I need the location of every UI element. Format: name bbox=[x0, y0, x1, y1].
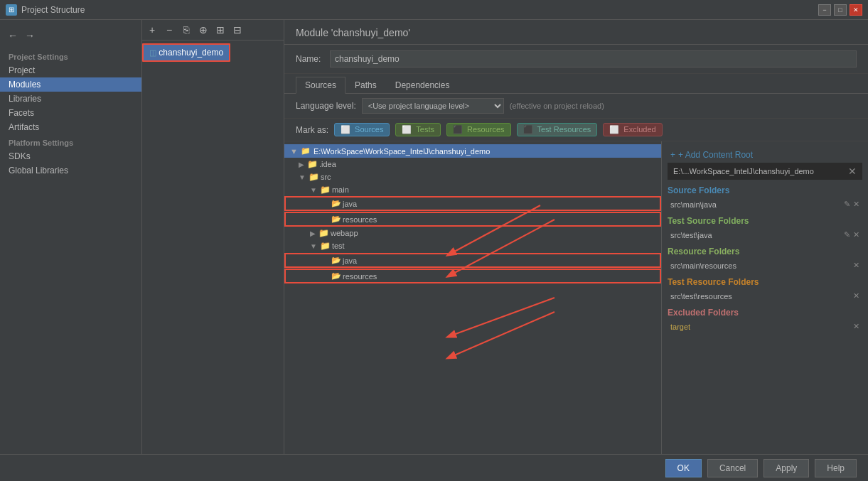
info-panel: + + Add Content Root E:\...WorkSpace_Int… bbox=[662, 141, 868, 454]
tree-node-webapp-label: webapp bbox=[331, 229, 358, 237]
test-resource-folder-close-button[interactable]: ✕ bbox=[853, 291, 859, 301]
chevron-resources-icon: ▶ bbox=[323, 215, 328, 223]
tree-node-src[interactable]: ▼ 📁 src bbox=[284, 171, 661, 183]
tab-paths[interactable]: Paths bbox=[345, 77, 386, 94]
excluded-folder-actions: ✕ bbox=[853, 322, 859, 331]
resource-folder-path: src\main\resources bbox=[670, 261, 736, 270]
mark-as-label: Mark as: bbox=[296, 125, 328, 135]
mark-tests-badge[interactable]: ⬜ Tests bbox=[395, 123, 441, 136]
apply-button[interactable]: Apply bbox=[763, 459, 809, 477]
source-folder-actions: ✎ ✕ bbox=[844, 200, 859, 209]
name-label: Name: bbox=[296, 54, 324, 64]
module-header-text: Module 'chanshuyi_demo' bbox=[296, 27, 410, 38]
tree-node-idea[interactable]: ▶ 📁 .idea bbox=[284, 158, 661, 171]
svg-line-3 bbox=[448, 312, 554, 358]
tree-content: ▼ 📁 E:\WorkSpace\WorkSpace_IntelJ\chansh… bbox=[284, 141, 661, 286]
back-button[interactable]: ← bbox=[6, 28, 20, 43]
tab-dependencies[interactable]: Dependencies bbox=[386, 77, 459, 94]
tree-node-webapp[interactable]: ▶ 📁 webapp bbox=[284, 227, 661, 239]
sidebar-item-artifacts[interactable]: Artifacts bbox=[0, 120, 141, 134]
title-bar: ⊞ Project Structure − □ ✕ bbox=[0, 0, 868, 20]
svg-line-2 bbox=[448, 298, 554, 337]
app-icon: ⊞ bbox=[6, 4, 17, 16]
copy-module-button[interactable]: ⎘ bbox=[179, 23, 193, 37]
add-content-root-button[interactable]: + + Add Content Root bbox=[668, 147, 862, 163]
add-content-root-label: + Add Content Root bbox=[678, 150, 753, 160]
name-row: Name: bbox=[284, 45, 868, 74]
chevron-test-resources-icon: ▶ bbox=[323, 272, 328, 280]
excluded-folder-path: target bbox=[670, 323, 690, 331]
tree-panel: ▼ 📁 E:\WorkSpace\WorkSpace_IntelJ\chansh… bbox=[284, 141, 662, 454]
folder-resources-icon: 📂 bbox=[331, 215, 341, 224]
tree-node-resources-label: resources bbox=[343, 215, 377, 224]
module-icon: ◫ bbox=[149, 48, 156, 57]
content-root-path: E:\...WorkSpace_IntelJ\chanshuyi_demo ✕ bbox=[668, 163, 862, 180]
remove-module-button[interactable]: − bbox=[162, 23, 176, 37]
window-title: Project Structure bbox=[21, 5, 85, 15]
forward-button[interactable]: → bbox=[23, 28, 37, 43]
tab-sources[interactable]: Sources bbox=[296, 77, 345, 94]
tree-node-test-resources[interactable]: ▶ 📂 resources bbox=[284, 269, 661, 283]
close-button[interactable]: ✕ bbox=[850, 4, 862, 16]
sidebar-item-global-libraries[interactable]: Global Libraries bbox=[0, 163, 141, 178]
sidebar-item-facets[interactable]: Facets bbox=[0, 106, 141, 120]
module-item-label: chanshuyi_demo bbox=[159, 48, 223, 58]
sidebar-item-project[interactable]: Project bbox=[0, 63, 141, 77]
sidebar-item-sdks[interactable]: SDKs bbox=[0, 149, 141, 163]
excluded-folder-close-button[interactable]: ✕ bbox=[853, 322, 859, 331]
sidebar-item-libraries-label: Libraries bbox=[9, 94, 41, 104]
ok-button[interactable]: OK bbox=[665, 459, 702, 477]
language-level-select[interactable]: <Use project language level> bbox=[362, 98, 504, 114]
test-source-folder-close-button[interactable]: ✕ bbox=[853, 230, 859, 239]
source-folder-close-button[interactable]: ✕ bbox=[853, 200, 859, 209]
module-item-chanshuyi[interactable]: ◫ chanshuyi_demo bbox=[142, 43, 230, 62]
mark-test-resources-label: Test Resources bbox=[537, 125, 591, 134]
language-level-note: (effective on project reload) bbox=[510, 102, 604, 110]
resource-folder-actions: ✕ bbox=[853, 261, 859, 270]
zoom-module-button[interactable]: ⊕ bbox=[196, 23, 210, 37]
tab-dependencies-label: Dependencies bbox=[395, 80, 450, 90]
folder-test-resources-icon: 📂 bbox=[331, 271, 341, 281]
resource-folder-close-button[interactable]: ✕ bbox=[853, 261, 859, 270]
tree-node-resources[interactable]: ▶ 📂 resources bbox=[284, 212, 661, 227]
source-folder-edit-button[interactable]: ✎ bbox=[844, 200, 850, 209]
sidebar-item-sdks-label: SDKs bbox=[9, 151, 31, 161]
sidebar-item-modules[interactable]: Modules bbox=[0, 77, 141, 92]
test-resource-folder-actions: ✕ bbox=[853, 291, 859, 301]
add-module-button[interactable]: + bbox=[145, 23, 159, 37]
maximize-button[interactable]: □ bbox=[834, 4, 847, 16]
source-folders-section: Source Folders src\main\java ✎ ✕ bbox=[668, 185, 862, 210]
sidebar-toolbar: ← → bbox=[0, 26, 141, 45]
folder-main-icon: 📁 bbox=[320, 185, 331, 195]
collapse-button[interactable]: ⊟ bbox=[230, 23, 245, 37]
mark-excluded-label: Excluded bbox=[623, 125, 655, 134]
mark-excluded-badge[interactable]: ⬜ Excluded bbox=[603, 123, 662, 136]
platform-settings-label: Platform Settings bbox=[0, 134, 141, 149]
tree-node-main-label: main bbox=[332, 185, 349, 194]
sidebar-item-facets-label: Facets bbox=[9, 108, 34, 118]
help-button[interactable]: Help bbox=[815, 459, 857, 477]
expand-button[interactable]: ⊞ bbox=[213, 23, 227, 37]
tree-node-test[interactable]: ▼ 📁 test bbox=[284, 239, 661, 252]
tree-node-java[interactable]: ▶ 📂 java bbox=[284, 196, 661, 211]
mark-test-resources-badge[interactable]: ⬛ Test Resources bbox=[517, 123, 598, 136]
sidebar-item-global-libraries-label: Global Libraries bbox=[9, 166, 68, 175]
tree-node-test-java[interactable]: ▶ 📂 java bbox=[284, 253, 661, 268]
mark-resources-badge[interactable]: ⬛ Resources bbox=[446, 123, 511, 136]
sidebar-item-libraries[interactable]: Libraries bbox=[0, 92, 141, 106]
content-root-path-text: E:\...WorkSpace_IntelJ\chanshuyi_demo bbox=[673, 167, 814, 175]
name-input[interactable] bbox=[330, 50, 857, 67]
resource-folders-title: Resource Folders bbox=[668, 247, 862, 256]
source-folders-title: Source Folders bbox=[668, 185, 862, 195]
close-content-root-button[interactable]: ✕ bbox=[848, 166, 857, 177]
test-source-folders-title: Test Source Folders bbox=[668, 216, 862, 226]
tree-node-main[interactable]: ▼ 📁 main bbox=[284, 183, 661, 196]
chevron-right-icon: ▶ bbox=[299, 161, 304, 168]
mark-sources-badge[interactable]: ⬜ Sources bbox=[334, 123, 390, 136]
add-icon: + bbox=[670, 150, 675, 160]
test-source-folder-edit-button[interactable]: ✎ bbox=[844, 230, 850, 239]
chevron-webapp-icon: ▶ bbox=[310, 229, 316, 237]
tree-root-node[interactable]: ▼ 📁 E:\WorkSpace\WorkSpace_IntelJ\chansh… bbox=[284, 144, 661, 158]
cancel-button[interactable]: Cancel bbox=[707, 459, 758, 477]
minimize-button[interactable]: − bbox=[818, 4, 831, 16]
